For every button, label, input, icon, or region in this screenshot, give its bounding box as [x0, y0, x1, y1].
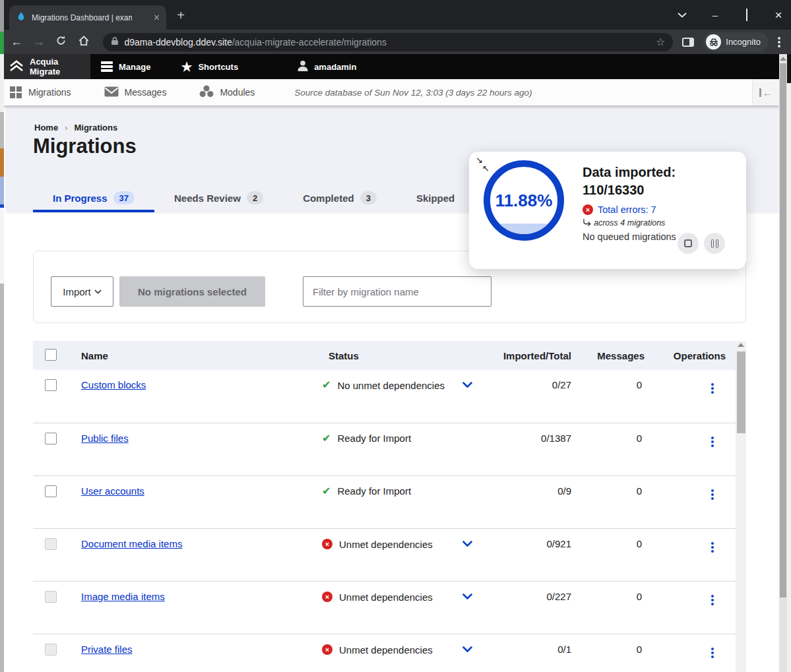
background-window-sliver-right — [787, 54, 791, 672]
row-checkbox[interactable] — [45, 379, 57, 391]
progress-ring: 11.88% — [484, 160, 564, 241]
tab-in-progress[interactable]: In Progress37 — [33, 183, 154, 212]
status-expand-chevron-icon[interactable] — [462, 591, 472, 603]
row-operations-kebab-button[interactable] — [711, 546, 714, 549]
tab-completed[interactable]: Completed3 — [283, 183, 396, 212]
side-panel-icon[interactable] — [682, 38, 694, 47]
status-error-icon: × — [322, 592, 332, 602]
subnav-item-migrations[interactable]: Migrations — [0, 85, 80, 100]
browser-tab-bar: Migrations Dashboard | example × + – × — [0, 0, 791, 30]
row-operations-kebab-button[interactable] — [711, 493, 714, 496]
messages-count: 0 — [581, 634, 650, 655]
window-close-button[interactable]: × — [773, 8, 784, 22]
migration-name-link[interactable]: Private files — [81, 644, 133, 655]
status-ok-icon: ✔ — [322, 380, 331, 390]
status-text: Unmet dependencies — [339, 644, 433, 656]
chevron-down-icon — [94, 290, 102, 294]
migration-tabs: In Progress37Needs Review2Completed3Skip… — [33, 183, 474, 212]
acquia-logo-icon — [9, 60, 24, 74]
incognito-badge: Incognito — [703, 32, 769, 52]
tab-needs-review[interactable]: Needs Review2 — [154, 183, 283, 212]
breadcrumb-home-link[interactable]: Home — [34, 123, 58, 133]
column-header-imported: Imported/Total — [482, 350, 581, 361]
no-migrations-selected-button: No migrations selected — [119, 276, 265, 307]
user-icon — [298, 60, 308, 73]
subnav-item-modules[interactable]: Modules — [190, 85, 264, 100]
toolbar-collapse-button[interactable]: ← — [752, 79, 779, 106]
scroll-up-icon[interactable] — [780, 57, 786, 61]
table-header-row: Name Status Imported/Total Messages Oper… — [33, 341, 736, 370]
browser-tab[interactable]: Migrations Dashboard | example × — [9, 5, 166, 30]
tab-skipped[interactable]: Skipped — [396, 183, 474, 212]
migration-name-link[interactable]: Image media items — [81, 591, 165, 602]
stop-import-button[interactable] — [678, 233, 699, 254]
migration-name-link[interactable]: Public files — [81, 433, 129, 444]
tab-search-chevron-icon[interactable] — [678, 13, 689, 18]
migration-name-link[interactable]: Custom blocks — [81, 379, 146, 390]
status-text: Ready for Import — [337, 485, 411, 497]
messages-count: 0 — [581, 423, 650, 444]
scroll-up-icon[interactable] — [738, 343, 744, 347]
status-expand-chevron-icon[interactable] — [462, 379, 472, 391]
shrink-arrow-icon[interactable]: ↖ — [482, 164, 490, 173]
table-row: Document media items×Unmet dependencies0… — [33, 528, 736, 581]
status-text: Unmet dependencies — [339, 539, 433, 550]
row-checkbox[interactable] — [45, 485, 57, 497]
table-scrollbar-thumb[interactable] — [737, 351, 745, 433]
address-bar-input[interactable]: d9ama-ddevblog.ddev.site/acquia-migrate-… — [103, 33, 674, 51]
pause-import-button[interactable] — [704, 233, 725, 254]
status-text: No unmet dependencies — [337, 380, 445, 391]
row-operations-kebab-button[interactable] — [711, 387, 714, 390]
row-operations-kebab-button[interactable] — [711, 441, 714, 443]
tab-label: Skipped — [416, 193, 455, 204]
imported-total-value: 0/921 — [482, 529, 581, 549]
migrations-page: Home › Migrations Migrations In Progress… — [5, 106, 779, 672]
drupal-favicon-icon — [16, 11, 26, 24]
star-icon: ★ — [181, 59, 192, 75]
toolbar-item-user[interactable]: amadamin — [288, 54, 365, 79]
maximize-icon — [746, 9, 747, 21]
toolbar-item-manage[interactable]: Manage — [92, 54, 160, 79]
page-scrollbar[interactable] — [779, 54, 787, 672]
imported-total-value: 0/1 — [482, 634, 581, 655]
row-operations-kebab-button[interactable] — [711, 652, 714, 654]
migration-name-link[interactable]: User accounts — [81, 485, 144, 497]
toolbar-item-shortcuts[interactable]: ★ Shortcuts — [172, 54, 247, 79]
new-tab-button[interactable]: + — [173, 7, 189, 23]
select-all-checkbox[interactable] — [45, 349, 57, 361]
back-icon[interactable]: ← — [5, 35, 28, 49]
page-scrollbar-thumb[interactable] — [780, 63, 786, 597]
messages-count: 0 — [581, 529, 650, 549]
breadcrumb-current: Migrations — [74, 123, 117, 133]
migration-name-link[interactable]: Document media items — [81, 538, 182, 549]
drupal-admin-toolbar: Acquia Migrate Manage ★ Shortcuts amadam… — [0, 54, 779, 79]
imported-total-value: 0/27 — [482, 370, 581, 390]
table-scrollbar[interactable] — [736, 341, 746, 672]
window-minimize-button[interactable]: – — [709, 9, 721, 20]
status-expand-chevron-icon[interactable] — [462, 644, 472, 656]
browser-menu-icon[interactable] — [778, 41, 780, 44]
total-errors-link[interactable]: Total errors: 7 — [598, 204, 656, 215]
tab-label: Completed — [303, 193, 354, 204]
error-icon: × — [583, 204, 593, 215]
status-expand-chevron-icon[interactable] — [462, 538, 472, 550]
tab-count-badge: 2 — [247, 191, 263, 204]
filter-migration-input[interactable] — [303, 276, 491, 307]
progress-percent: 11.88% — [490, 167, 557, 234]
tab-close-icon[interactable]: × — [154, 13, 160, 23]
home-icon[interactable] — [73, 35, 95, 49]
toolbar-item-acquia-migrate[interactable]: Acquia Migrate — [0, 54, 90, 79]
import-progress-card: ↘ ↖ 11.88% Data imported: 110/16330 × To… — [469, 152, 746, 269]
tab-label: In Progress — [53, 193, 108, 204]
row-checkbox[interactable] — [45, 433, 57, 444]
status-ok-icon: ✔ — [322, 433, 331, 444]
migrations-table: Name Status Imported/Total Messages Oper… — [33, 341, 746, 672]
subnav-item-messages[interactable]: Messages — [95, 86, 176, 99]
row-checkbox — [45, 538, 57, 550]
modules-icon — [199, 85, 214, 100]
import-dropdown-button[interactable]: Import — [51, 276, 113, 307]
row-operations-kebab-button[interactable] — [711, 599, 714, 601]
window-maximize-button[interactable] — [741, 9, 753, 20]
bookmark-star-icon[interactable]: ☆ — [656, 36, 665, 48]
reload-icon[interactable] — [50, 35, 73, 49]
